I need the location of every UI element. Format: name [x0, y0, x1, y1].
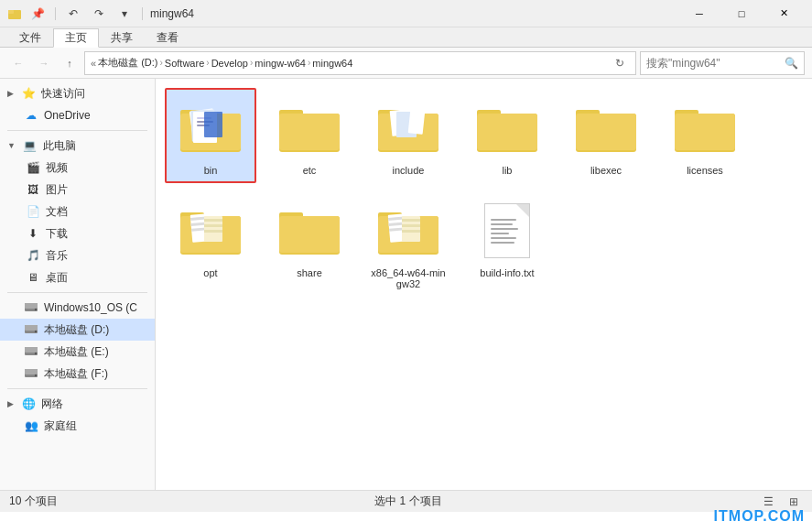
tab-share[interactable]: 共享	[99, 27, 145, 47]
path-item-4[interactable]: mingw64	[312, 58, 352, 69]
path-item-3[interactable]: mingw-w64	[254, 58, 306, 69]
svg-rect-38	[576, 114, 636, 150]
up-button[interactable]: ↑	[59, 51, 81, 75]
folder-icon-include	[375, 95, 441, 161]
search-input[interactable]	[646, 57, 785, 70]
file-label-etc: etc	[303, 165, 317, 176]
svg-rect-1	[8, 10, 14, 14]
main-layout: ▶ ⭐ 快速访问 ☁ OneDrive ▼ 💻 此电脑 🎬 视频 🖼 图片 📄 …	[0, 79, 812, 490]
file-item-share[interactable]: share	[264, 190, 355, 297]
svg-rect-32	[408, 109, 426, 135]
svg-rect-52	[204, 230, 222, 233]
sidebar-item-music[interactable]: 🎵 音乐	[0, 244, 155, 266]
forward-button[interactable]: →	[33, 51, 55, 75]
status-selected-count: 选中 1 个项目	[374, 494, 441, 509]
search-icon[interactable]: 🔍	[785, 57, 798, 70]
sidebar-item-downloads[interactable]: ⬇ 下载	[0, 223, 155, 244]
sidebar-item-network[interactable]: ▶ 🌐 网络	[0, 393, 155, 415]
folder-icon-licenses	[672, 95, 738, 161]
sidebar-label: 视频	[46, 160, 68, 176]
redo-button[interactable]: ↷	[89, 5, 109, 23]
expand-icon: ▼	[7, 141, 16, 150]
svg-rect-64	[402, 219, 420, 222]
path-sep-3: ›	[308, 58, 310, 68]
sidebar-label: OneDrive	[44, 109, 91, 122]
sidebar-label: 本地磁盘 (F:)	[44, 366, 108, 382]
sidebar-label: 本地磁盘 (D:)	[44, 322, 109, 338]
doc-icon: 📄	[26, 204, 40, 219]
undo-button[interactable]: ↶	[63, 5, 83, 23]
window-controls: ─ □ ✕	[678, 0, 805, 27]
qat-separator	[55, 7, 56, 20]
sidebar-item-desktop[interactable]: 🖥 桌面	[0, 266, 155, 288]
video-icon: 🎬	[26, 160, 40, 175]
file-item-libexec[interactable]: libexec	[560, 88, 652, 183]
file-item-bin[interactable]: bin	[165, 88, 256, 183]
folder-icon-etc	[276, 95, 342, 161]
watermark-text1: ITMOP	[714, 508, 763, 524]
status-item-count: 10 个项目	[9, 494, 58, 509]
drive-icon	[24, 322, 38, 337]
address-path[interactable]: « 本地磁盘 (D:) › Software › Develop › mingw…	[84, 51, 636, 75]
sidebar-item-videos[interactable]: 🎬 视频	[0, 157, 155, 179]
music-icon: 🎵	[26, 248, 40, 263]
file-content: bin etc	[156, 79, 812, 490]
star-icon: ⭐	[21, 86, 36, 101]
path-sep-1: ›	[206, 58, 209, 68]
expand-icon: ▶	[7, 89, 14, 98]
folder-icon-lib	[474, 95, 540, 161]
tab-file[interactable]: 文件	[7, 27, 53, 47]
sidebar-item-this-pc[interactable]: ▼ 💻 此电脑	[0, 135, 155, 157]
qat-separator2	[142, 7, 143, 20]
svg-rect-41	[675, 114, 735, 150]
path-sep-0: ›	[160, 58, 163, 68]
title-bar-left: 📌 ↶ ↷ ▾ mingw64	[7, 5, 194, 23]
tab-view[interactable]: 查看	[145, 27, 190, 47]
close-button[interactable]: ✕	[763, 0, 805, 27]
sidebar: ▶ ⭐ 快速访问 ☁ OneDrive ▼ 💻 此电脑 🎬 视频 🖼 图片 📄 …	[0, 79, 156, 490]
svg-rect-12	[25, 369, 38, 375]
file-item-include[interactable]: include	[363, 88, 454, 183]
file-label-x86: x86_64-w64-min gw32	[370, 267, 447, 289]
svg-rect-50	[204, 219, 222, 222]
path-item-2[interactable]: Develop	[211, 58, 248, 69]
sidebar-divider3	[7, 388, 147, 389]
file-label-share: share	[297, 267, 322, 278]
back-button[interactable]: ←	[7, 51, 29, 75]
sidebar-item-pictures[interactable]: 🖼 图片	[0, 179, 155, 201]
sidebar-item-onedrive[interactable]: ☁ OneDrive	[0, 104, 155, 126]
file-item-buildinfo[interactable]: build-info.txt	[461, 190, 553, 297]
file-label-libexec: libexec	[590, 165, 622, 176]
sidebar-item-drive-e[interactable]: 本地磁盘 (E:)	[0, 341, 155, 363]
minimize-button[interactable]: ─	[678, 0, 720, 27]
path-item-1[interactable]: Software	[165, 58, 204, 69]
sidebar-item-homegroup[interactable]: 👥 家庭组	[0, 415, 155, 437]
sidebar-label: 家庭组	[44, 418, 77, 434]
tab-home[interactable]: 主页	[53, 28, 99, 48]
sidebar-item-drive-f[interactable]: 本地磁盘 (F:)	[0, 363, 155, 385]
path-item-0[interactable]: 本地磁盘 (D:)	[98, 56, 157, 70]
sidebar-divider	[7, 130, 147, 131]
sidebar-label: Windows10_OS (C	[44, 301, 137, 314]
sidebar-item-documents[interactable]: 📄 文档	[0, 201, 155, 223]
sidebar-item-quick-access[interactable]: ▶ ⭐ 快速访问	[0, 82, 155, 104]
file-item-lib[interactable]: lib	[461, 88, 553, 183]
file-item-x86[interactable]: x86_64-w64-min gw32	[363, 190, 454, 297]
dropdown-button[interactable]: ▾	[114, 5, 135, 23]
maximize-button[interactable]: □	[720, 0, 763, 27]
svg-rect-51	[204, 224, 222, 227]
file-item-opt[interactable]: opt	[165, 190, 256, 297]
sidebar-item-drive-c[interactable]: Windows10_OS (C	[0, 297, 155, 319]
svg-rect-6	[25, 325, 38, 331]
file-item-etc[interactable]: etc	[264, 88, 355, 183]
pin-button[interactable]: 📌	[27, 5, 48, 23]
sidebar-item-drive-d[interactable]: 本地磁盘 (D:)	[0, 319, 155, 341]
file-label-licenses: licenses	[687, 165, 723, 176]
txt-icon-buildinfo	[474, 198, 540, 264]
sidebar-divider2	[7, 292, 147, 293]
file-item-licenses[interactable]: licenses	[659, 88, 751, 183]
svg-point-10	[35, 353, 37, 354]
svg-point-4	[35, 309, 37, 310]
refresh-button[interactable]: ↻	[610, 53, 630, 73]
status-bar: 10 个项目 选中 1 个项目 ☰ ⊞	[0, 490, 812, 512]
